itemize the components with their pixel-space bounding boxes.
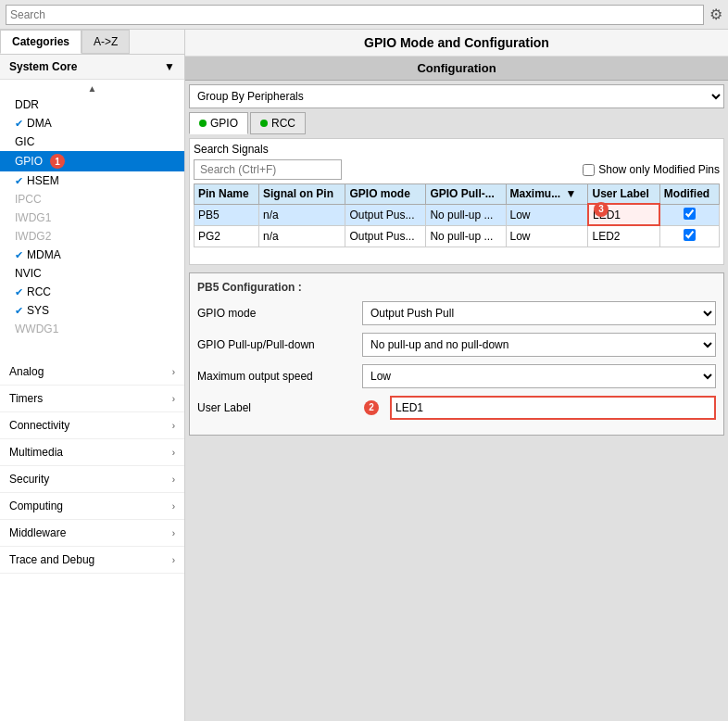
pull-select[interactable]: No pull-up and no pull-down — [362, 333, 716, 357]
system-core-header[interactable]: System Core ▼ — [0, 55, 184, 80]
sidebar-item-sys[interactable]: ✔ SYS — [0, 301, 184, 320]
sidebar-item-computing[interactable]: Computing › — [0, 493, 184, 520]
computing-label: Computing — [9, 500, 63, 512]
cell-pg2-modified — [659, 225, 719, 247]
connectivity-label: Connectivity — [9, 419, 69, 432]
config-body: Group By Peripherals GPIO RCC Search Sig — [185, 81, 728, 721]
sidebar-item-timers[interactable]: Timers › — [0, 386, 184, 412]
spacer — [0, 340, 184, 359]
sidebar-item-ipcc: IPCC — [0, 190, 184, 209]
computing-chevron: › — [172, 501, 175, 512]
signal-table: Pin Name Signal on Pin GPIO mode GPIO Pu… — [194, 183, 720, 247]
table-row[interactable]: PG2 n/a Output Pus... No pull-up ... Low… — [195, 225, 720, 247]
tab-categories[interactable]: Categories — [0, 30, 82, 54]
gpio-label: GPIO — [15, 155, 43, 168]
sidebar-item-nvic[interactable]: NVIC — [0, 264, 184, 283]
speed-select[interactable]: Low — [362, 364, 716, 388]
sidebar-item-security[interactable]: Security › — [0, 466, 184, 493]
timers-label: Timers — [9, 392, 43, 405]
multimedia-label: Multimedia — [9, 446, 63, 459]
cell-pb5-mode: Output Pus... — [345, 204, 426, 225]
cell-pb5-pull: No pull-up ... — [426, 204, 506, 225]
cell-pg2-label[interactable]: LED2 — [588, 225, 659, 247]
pb5-config-section: PB5 Configuration : GPIO mode Output Pus… — [189, 272, 724, 436]
pb5-config-title: PB5 Configuration : — [197, 281, 716, 294]
rcc-dot — [260, 120, 268, 127]
cell-pg2-pull: No pull-up ... — [426, 225, 506, 247]
gic-label: GIC — [15, 135, 34, 148]
gpio-mode-select[interactable]: Output Push Pull — [362, 301, 716, 325]
sidebar-item-dma[interactable]: ✔ DMA — [0, 114, 184, 133]
ddr-label: DDR — [15, 98, 39, 111]
signals-search-input[interactable] — [194, 159, 342, 180]
cell-pg2-signal: n/a — [259, 225, 345, 247]
analog-label: Analog — [9, 365, 44, 378]
col-gpio-pull: GPIO Pull-... — [426, 184, 506, 205]
tree-arrow-up[interactable]: ▲ — [0, 82, 184, 95]
cell-pb5-pin: PB5 — [195, 204, 259, 225]
table-row[interactable]: PB5 n/a Output Pus... No pull-up ... Low… — [195, 204, 720, 225]
multimedia-chevron: › — [172, 448, 175, 458]
sidebar-item-wwdg1: WWDG1 — [0, 320, 184, 338]
sidebar-item-ddr[interactable]: DDR — [0, 95, 184, 114]
badge-2: 2 — [364, 400, 379, 415]
content-area: GPIO Mode and Configuration Configuratio… — [185, 30, 728, 721]
pg2-modified-checkbox[interactable] — [684, 229, 696, 241]
sidebar-item-connectivity[interactable]: Connectivity › — [0, 412, 184, 439]
main-layout: Categories A->Z System Core ▼ ▲ DDR ✔ DM… — [0, 30, 728, 721]
gpio-tab-label: GPIO — [210, 117, 238, 130]
user-label-label: User Label — [197, 401, 355, 414]
sidebar-item-rcc[interactable]: ✔ RCC — [0, 283, 184, 301]
group-by-select[interactable]: Group By Peripherals — [189, 84, 724, 108]
cell-pg2-pin: PG2 — [195, 225, 259, 247]
wwdg1-label: WWDG1 — [15, 323, 58, 335]
sys-check: ✔ — [15, 305, 23, 317]
sidebar-item-middleware[interactable]: Middleware › — [0, 520, 184, 547]
sidebar-item-gpio[interactable]: GPIO 1 — [0, 151, 184, 171]
connectivity-chevron: › — [172, 421, 175, 431]
show-modified-checkbox[interactable] — [583, 164, 595, 176]
peripheral-tabs: GPIO RCC — [189, 112, 724, 134]
sidebar: Categories A->Z System Core ▼ ▲ DDR ✔ DM… — [0, 30, 185, 721]
security-label: Security — [9, 473, 49, 486]
gpio-mode-row: GPIO mode Output Push Pull — [197, 301, 716, 325]
cell-pg2-mode: Output Pus... — [345, 225, 426, 247]
hsem-check: ✔ — [15, 175, 23, 187]
badge-3: 3 — [592, 202, 609, 217]
show-modified-text: Show only Modified Pins — [598, 163, 720, 176]
sys-label: SYS — [27, 304, 49, 317]
middleware-label: Middleware — [9, 526, 66, 539]
system-core-tree: ▲ DDR ✔ DMA GIC GPIO 1 ✔ HSEM — [0, 80, 184, 340]
security-chevron: › — [172, 474, 175, 485]
sidebar-item-analog[interactable]: Analog › — [0, 359, 184, 386]
cell-pb5-modified — [659, 204, 719, 225]
nvic-label: NVIC — [15, 267, 42, 280]
sidebar-item-mdma[interactable]: ✔ MDMA — [0, 246, 184, 264]
system-core-chevron: ▼ — [164, 60, 175, 73]
show-modified-label[interactable]: Show only Modified Pins — [583, 163, 720, 176]
tab-gpio[interactable]: GPIO — [189, 112, 248, 134]
gear-icon[interactable]: ⚙ — [709, 6, 722, 23]
tab-atoz[interactable]: A->Z — [82, 30, 130, 54]
trace-debug-chevron: › — [172, 555, 175, 565]
sidebar-item-multimedia[interactable]: Multimedia › — [0, 439, 184, 466]
col-pin-name: Pin Name — [195, 184, 259, 205]
ipcc-label: IPCC — [15, 193, 42, 206]
system-core-label: System Core — [9, 60, 77, 73]
iwdg2-label: IWDG2 — [15, 230, 51, 243]
cell-pg2-max: Low — [506, 225, 588, 247]
user-label-row: User Label 2 — [197, 396, 716, 420]
speed-row: Maximum output speed Low — [197, 364, 716, 388]
rcc-check: ✔ — [15, 286, 23, 298]
rcc-tab-label: RCC — [271, 117, 295, 130]
sidebar-item-trace-debug[interactable]: Trace and Debug › — [0, 547, 184, 574]
mdma-label: MDMA — [27, 248, 61, 261]
search-input[interactable] — [6, 5, 704, 25]
system-core-section: System Core ▼ ▲ DDR ✔ DMA GIC GPIO 1 — [0, 55, 184, 340]
pb5-modified-checkbox[interactable] — [684, 208, 696, 220]
sidebar-item-hsem[interactable]: ✔ HSEM — [0, 171, 184, 190]
sidebar-item-gic[interactable]: GIC — [0, 133, 184, 151]
tab-rcc[interactable]: RCC — [250, 112, 306, 134]
iwdg1-label: IWDG1 — [15, 211, 51, 224]
user-label-input[interactable] — [390, 396, 716, 420]
